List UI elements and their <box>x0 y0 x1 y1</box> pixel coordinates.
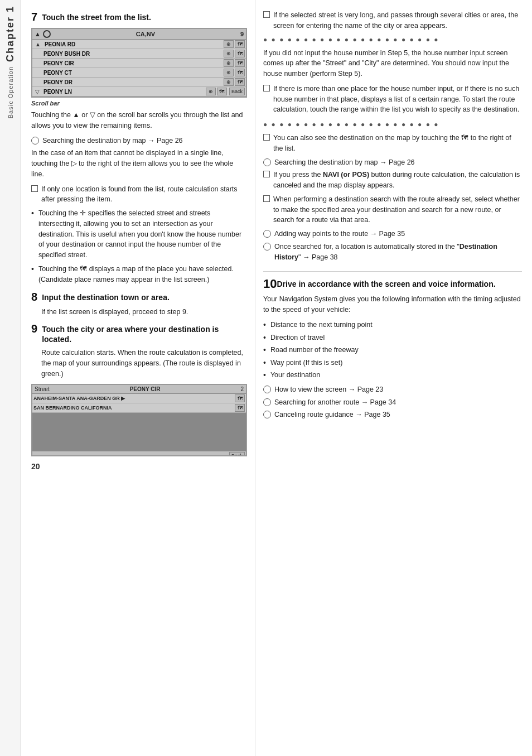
main-content: 7 Touch the street from the list. ▲ CA,N… <box>21 0 532 756</box>
map-row-2[interactable]: SAN BERNARDINO CALIFORNIA 🗺 <box>32 403 246 413</box>
intersect-btn[interactable]: ⊕ <box>224 78 234 86</box>
page-number: 20 <box>31 462 247 471</box>
table-row[interactable]: PEONY BUSH DR ⊕ 🗺 <box>32 49 246 59</box>
step10-body: Your Navigation System gives you the fol… <box>263 294 522 315</box>
note-more-than-one: If there is more than one place for the … <box>263 84 522 115</box>
checkbox-icon <box>263 195 270 202</box>
ref-text: Once searched for, a location is automat… <box>274 242 522 263</box>
list-item: • Way point (If this is set) <box>263 358 522 369</box>
ref-text: Canceling route guidance → Page 35 <box>274 410 390 420</box>
bullet-icon: • <box>263 358 266 369</box>
step7-header: 7 Touch the street from the list. <box>31 10 247 23</box>
map-page-num: 2 <box>240 386 244 392</box>
intersect-btn[interactable]: ⊕ <box>224 69 234 76</box>
ref-search-map-right: Searching the destination by map → Page … <box>263 157 522 168</box>
intersect-btn[interactable]: ⊕ <box>206 88 216 95</box>
circ-arrow-icon <box>263 158 271 166</box>
ref-canceling-guidance: Canceling route guidance → Page 35 <box>263 410 522 420</box>
checkbox-icon <box>263 11 270 18</box>
scroll-up-arrow[interactable]: ▲ <box>35 31 41 37</box>
bullet-intersect: • Touching the ✛ specifies the selected … <box>31 208 247 261</box>
list-item: • Distance to the next turning point <box>263 320 522 331</box>
bullet-icon: • <box>263 333 266 344</box>
ref-text: Searching the destination by map → Page … <box>42 136 183 146</box>
destination-map-screen: Street PEONY CIR 2 ANAHEIM-SANTA ANA-GAR… <box>31 384 247 456</box>
street-name: PEONY CT <box>41 70 223 76</box>
note-navi-button: If you press the NAVI (or POS) button du… <box>263 170 522 191</box>
map-btn[interactable]: 🗺 <box>217 88 227 95</box>
note-text: If only one location is found from the l… <box>41 184 247 205</box>
bullet-icon: • <box>263 370 266 381</box>
map-btn[interactable]: 🗺 <box>235 40 245 48</box>
street-name: PEONIA RD <box>42 41 223 47</box>
screen-header: ▲ CA,NV 9 <box>32 29 246 40</box>
street-name: PEONY CIR <box>41 60 223 66</box>
table-row[interactable]: PEONY CIR ⊕ 🗺 <box>32 59 246 68</box>
checkbox-icon <box>263 171 270 177</box>
left-column: 7 Touch the street from the list. ▲ CA,N… <box>21 0 255 756</box>
bullet-text: Touching the ✛ specifies the selected st… <box>38 208 247 261</box>
circ-arrow-icon <box>263 230 271 238</box>
scroll-arrow-down[interactable]: ▽ <box>33 89 41 95</box>
map-btn[interactable]: 🗺 <box>235 69 245 76</box>
map-city-2: SAN BERNARDINO CALIFORNIA <box>33 405 234 411</box>
dot-separator-2: ● ● ● ● ● ● ● ● ● ● ● ● ● ● ● ● ● ● ● ● … <box>263 121 522 128</box>
right-column: If the selected street is very long, and… <box>255 0 532 756</box>
step8-body: If the list screen is displayed, proceed… <box>31 307 247 317</box>
screen-title: CA,NV <box>51 31 240 37</box>
step10-title: Drive in accordance with the screen and … <box>277 277 495 288</box>
step9-header: 9 Touch the city or area where your dest… <box>31 322 247 344</box>
street-label: Street <box>35 386 50 392</box>
scroll-arrow-up[interactable]: ▲ <box>33 41 42 47</box>
ref-text: Searching for another route → Page 34 <box>274 397 396 408</box>
map-btn[interactable]: 🗺 <box>235 59 245 67</box>
ref-text: Searching the destination by map → Page … <box>274 157 415 168</box>
table-row[interactable]: ▲ PEONIA RD ⊕ 🗺 <box>32 40 246 49</box>
bullet-icon: • <box>31 264 34 275</box>
intersect-btn[interactable]: ⊕ <box>224 59 234 67</box>
bullet-text: Touching the 🗺 displays a map of the pla… <box>38 264 247 285</box>
step9-title: Touch the city or area where your destin… <box>40 322 247 344</box>
street-name: PEONY DR <box>41 79 223 85</box>
search-icon <box>43 30 51 38</box>
bullet-text: Your destination <box>270 370 320 381</box>
house-number-note: If you did not input the house number in… <box>263 48 522 79</box>
step8-number: 8 <box>31 290 37 304</box>
checkbox-icon <box>263 134 270 141</box>
intersect-btn[interactable]: ⊕ <box>224 40 234 48</box>
map-btn[interactable]: 🗺 <box>235 50 245 57</box>
step10-header: 10 Drive in accordance with the screen a… <box>263 277 522 291</box>
map-btn-2[interactable]: 🗺 <box>235 404 245 412</box>
bullet-icon: • <box>31 208 34 219</box>
step9-body: Route calculation starts. When the route… <box>31 348 247 379</box>
map-city-1: ANAHEIM-SANTA ANA-GARDEN GR ▶ <box>33 396 234 401</box>
bullet-text: Direction of travel <box>270 333 325 343</box>
dot-separator-1: ● ● ● ● ● ● ● ● ● ● ● ● ● ● ● ● ● ● ● ● … <box>263 36 522 44</box>
list-item: • Direction of travel <box>263 333 522 344</box>
circ-arrow-icon <box>263 411 271 418</box>
table-row[interactable]: PEONY CT ⊕ 🗺 <box>32 68 246 78</box>
back-btn[interactable]: Back <box>229 88 245 95</box>
step7-single-line-text: In the case of an item that cannot be di… <box>31 148 247 179</box>
scroll-bar-label: Scroll bar <box>31 100 247 107</box>
intersect-btn[interactable]: ⊕ <box>224 50 234 57</box>
ref-search-map-1: Searching the destination by map → Page … <box>31 136 247 146</box>
sidebar: Chapter 1 Basic Operation <box>0 0 21 756</box>
step10-section: 10 Drive in accordance with the screen a… <box>263 271 522 420</box>
bullet-icon: • <box>263 345 266 356</box>
table-row[interactable]: PEONY DR ⊕ 🗺 <box>32 78 246 87</box>
map-btn[interactable]: 🗺 <box>235 78 245 86</box>
map-btn-1[interactable]: 🗺 <box>235 394 245 402</box>
step10-bullet-list: • Distance to the next turning point • D… <box>263 320 522 381</box>
table-row[interactable]: ▽ PEONY LN ⊕ 🗺 Back <box>32 87 246 97</box>
ref-searching-route: Searching for another route → Page 34 <box>263 397 522 408</box>
map-row-1[interactable]: ANAHEIM-SANTA ANA-GARDEN GR ▶ 🗺 <box>32 394 246 403</box>
note-one-location: If only one location is found from the l… <box>31 184 247 205</box>
screen-icon-area: ▲ <box>35 30 51 38</box>
ref-way-points: Adding way points to the route → Page 35 <box>263 229 522 239</box>
step10-number: 10 <box>263 277 277 291</box>
note-text: When performing a destination search wit… <box>273 194 522 225</box>
step7-number: 7 <box>31 10 37 23</box>
circ-arrow-icon <box>263 243 271 251</box>
back-btn-map[interactable]: Back <box>229 452 245 456</box>
